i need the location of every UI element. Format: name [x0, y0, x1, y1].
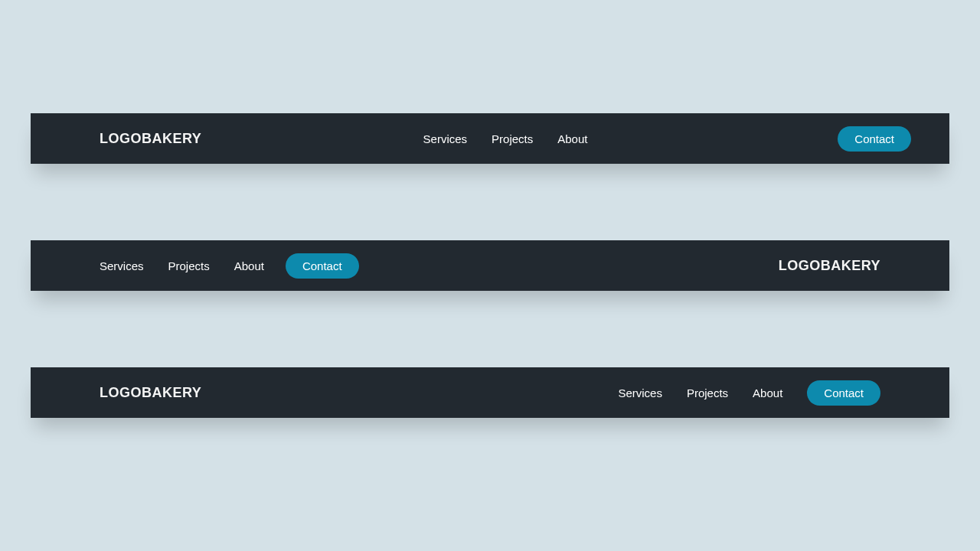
brand-logo[interactable]: LOGOBAKERY — [779, 258, 880, 274]
navbar-1-inner: LOGOBAKERY Services Projects About Conta… — [100, 113, 911, 164]
navbar-variant-2: Services Projects About Contact LOGOBAKE… — [31, 240, 949, 291]
nav-link-about[interactable]: About — [234, 259, 264, 272]
nav-menu: Services Projects About — [100, 259, 264, 272]
nav-link-services[interactable]: Services — [618, 386, 662, 399]
nav-link-about[interactable]: About — [557, 132, 587, 145]
nav-link-about[interactable]: About — [753, 386, 782, 399]
nav-link-services[interactable]: Services — [423, 132, 468, 145]
brand-logo[interactable]: LOGOBAKERY — [100, 385, 201, 401]
nav-right-group: Services Projects About Contact — [618, 380, 880, 406]
contact-button[interactable]: Contact — [286, 253, 359, 279]
nav-link-services[interactable]: Services — [100, 259, 144, 272]
brand-logo[interactable]: LOGOBAKERY — [100, 131, 201, 147]
navbar-variant-1: LOGOBAKERY Services Projects About Conta… — [31, 113, 949, 164]
nav-menu: Services Projects About — [618, 386, 782, 399]
nav-link-projects[interactable]: Projects — [168, 259, 210, 272]
nav-link-projects[interactable]: Projects — [687, 386, 728, 399]
nav-menu: Services Projects About — [423, 132, 588, 145]
contact-button[interactable]: Contact — [838, 126, 911, 152]
nav-left-group: Services Projects About Contact — [100, 253, 359, 279]
navbar-variant-3: LOGOBAKERY Services Projects About Conta… — [31, 367, 949, 418]
nav-link-projects[interactable]: Projects — [492, 132, 533, 145]
contact-button[interactable]: Contact — [807, 380, 880, 406]
